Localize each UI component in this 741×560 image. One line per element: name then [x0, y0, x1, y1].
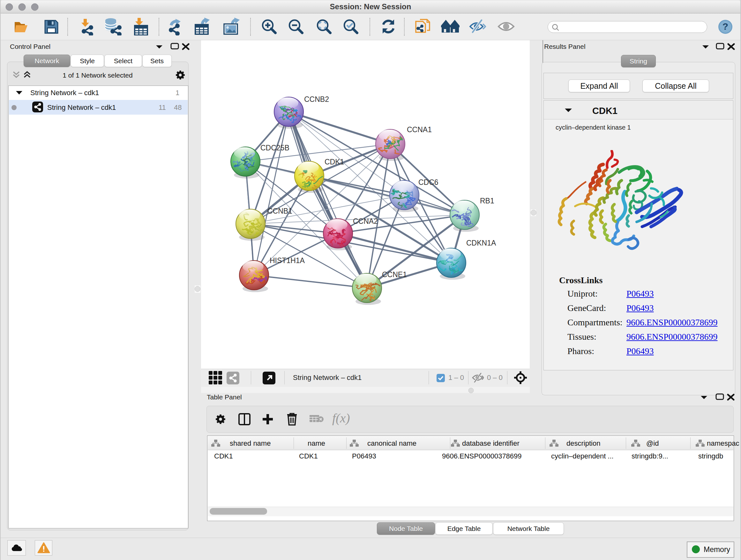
svg-text:CDC6: CDC6	[418, 178, 439, 186]
svg-text:CDK1: CDK1	[325, 158, 344, 166]
svg-text:RB1: RB1	[480, 197, 494, 205]
svg-text:CDKN1A: CDKN1A	[466, 239, 496, 247]
svg-text:HIST1H1A: HIST1H1A	[270, 256, 305, 265]
svg-text:CCNA2: CCNA2	[353, 217, 378, 226]
svg-text:CCNB1: CCNB1	[267, 207, 292, 215]
svg-text:?: ?	[723, 21, 728, 32]
svg-text:CCNB2: CCNB2	[304, 95, 329, 104]
svg-text:CDC25B: CDC25B	[260, 144, 289, 152]
svg-text:CCNE1: CCNE1	[382, 270, 407, 279]
svg-text:CCNA1: CCNA1	[407, 125, 432, 134]
